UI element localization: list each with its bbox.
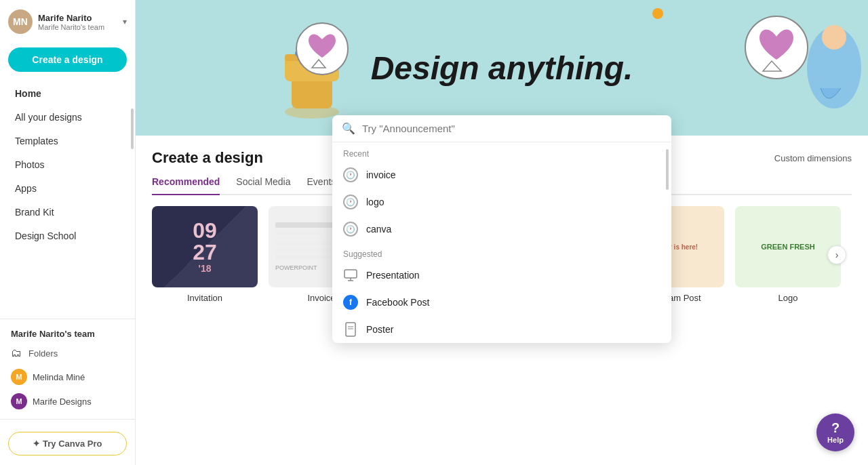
sidebar-item-templates[interactable]: Templates <box>4 129 131 153</box>
user-name: Marife Narito <box>38 13 117 23</box>
sidebar-item-label: Apps <box>15 183 37 194</box>
folder-icon: 🗂 <box>11 347 22 359</box>
hero-deco-heart-left <box>292 20 353 81</box>
help-question-mark: ? <box>831 421 840 434</box>
sidebar-item-folders[interactable]: 🗂 Folders <box>0 342 135 365</box>
sidebar-item-label: Home <box>15 88 41 99</box>
member-name: Melinda Miné <box>33 372 85 382</box>
sidebar-item-label: Photos <box>15 159 45 170</box>
search-item-text: canva <box>366 224 391 235</box>
sidebar-item-label: All your designs <box>15 112 82 123</box>
member-avatar: M <box>11 369 27 385</box>
card-label-logo: Logo <box>778 293 798 303</box>
sidebar-item-home[interactable]: Home <box>4 82 131 105</box>
search-recent-invoice[interactable]: 🕐 invoice <box>332 161 671 188</box>
tab-recommended[interactable]: Recommended <box>152 176 220 195</box>
search-recent-logo[interactable]: 🕐 logo <box>332 188 671 216</box>
help-button[interactable]: ? Help <box>816 413 854 451</box>
search-item-text: Presentation <box>366 270 420 281</box>
create-design-button[interactable]: Create a design <box>8 47 127 72</box>
try-pro-button[interactable]: ✦ Try Canva Pro <box>8 432 127 456</box>
svg-point-12 <box>652 8 663 19</box>
user-profile-button[interactable]: MN Marife Narito Marife Narito's team ▾ <box>0 0 135 43</box>
scroll-right-arrow[interactable]: › <box>827 245 846 264</box>
clock-icon: 🕐 <box>343 222 358 237</box>
search-suggested-poster[interactable]: Poster <box>332 316 671 343</box>
search-suggested-facebook[interactable]: f Facebook Post <box>332 289 671 316</box>
sidebar-nav: Home All your designs Templates Photos A… <box>0 81 135 313</box>
hero-deco-dot-orange <box>651 7 665 23</box>
facebook-icon: f <box>343 295 358 310</box>
divider <box>0 319 135 319</box>
card-invitation[interactable]: 09 27 '18 Invitation <box>152 206 258 303</box>
search-suggested-presentation[interactable]: Presentation <box>332 262 671 289</box>
sidebar-item-all-designs[interactable]: All your designs <box>4 106 131 129</box>
card-thumb-invitation: 09 27 '18 <box>152 206 258 287</box>
sidebar-item-design-school[interactable]: Design School <box>4 224 131 247</box>
clock-icon: 🕐 <box>343 195 358 209</box>
main-content: Design anything. 🔍 Recent 🕐 invoice <box>136 0 868 465</box>
search-icon: 🔍 <box>342 122 355 135</box>
user-team: Marife Narito's team <box>38 23 117 31</box>
hero-title: Design anything. <box>371 49 633 87</box>
clock-icon: 🕐 <box>343 167 358 182</box>
divider <box>0 419 135 420</box>
poster-icon <box>343 322 358 337</box>
sidebar-scrollbar[interactable] <box>131 108 134 149</box>
create-design-title: Create a design <box>152 149 263 167</box>
tab-events[interactable]: Events <box>307 176 336 195</box>
sidebar-member-melinda[interactable]: M Melinda Miné <box>0 365 135 389</box>
sidebar: MN Marife Narito Marife Narito's team ▾ … <box>0 0 136 465</box>
custom-dimensions-link[interactable]: Custom dimensions <box>774 153 852 163</box>
search-item-text: invoice <box>366 169 396 180</box>
svg-rect-16 <box>346 323 355 336</box>
folders-label: Folders <box>28 348 58 359</box>
search-input[interactable] <box>362 123 662 134</box>
chevron-down-icon: ▾ <box>123 17 127 26</box>
card-logo[interactable]: GREEN FRESH Logo <box>735 206 841 303</box>
recent-label: Recent <box>332 142 671 161</box>
sidebar-item-apps[interactable]: Apps <box>4 177 131 200</box>
sidebar-item-label: Design School <box>15 230 76 241</box>
member-avatar: M <box>11 393 27 409</box>
avatar: MN <box>8 9 33 34</box>
suggested-label: Suggested <box>332 243 671 262</box>
presentation-icon <box>343 268 358 283</box>
team-label: Marife Narito's team <box>11 329 124 339</box>
sidebar-member-marife-designs[interactable]: M Marife Designs <box>0 389 135 413</box>
search-recent-canva[interactable]: 🕐 canva <box>332 216 671 243</box>
search-dropdown: 🔍 Recent 🕐 invoice 🕐 logo 🕐 canva Sugges… <box>332 115 671 343</box>
tab-social-media[interactable]: Social Media <box>236 176 290 195</box>
sidebar-item-label: Brand Kit <box>15 207 54 218</box>
search-item-text: logo <box>366 197 384 207</box>
search-scrollbar[interactable] <box>666 149 669 190</box>
sidebar-item-photos[interactable]: Photos <box>4 153 131 176</box>
card-thumb-logo: GREEN FRESH <box>735 206 841 287</box>
member-name: Marife Designs <box>33 397 92 407</box>
svg-point-11 <box>822 25 846 49</box>
search-item-text: Facebook Post <box>366 297 429 308</box>
sidebar-item-brand-kit[interactable]: Brand Kit <box>4 201 131 224</box>
card-label-invoice: Invoice <box>307 293 335 303</box>
help-label: Help <box>827 436 844 444</box>
svg-rect-13 <box>344 270 357 278</box>
card-label-invitation: Invitation <box>187 293 222 303</box>
hero-deco-person-right <box>732 0 868 136</box>
sidebar-item-label: Templates <box>15 136 58 146</box>
search-item-text: Poster <box>366 324 393 335</box>
